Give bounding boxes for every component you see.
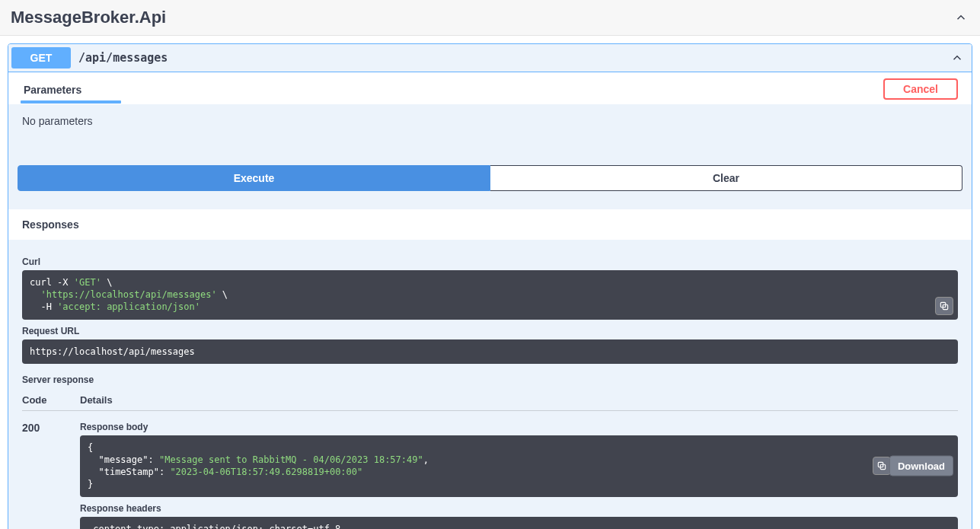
details-column-header: Details (80, 394, 958, 406)
server-response-label: Server response (22, 374, 958, 385)
parameters-header: Parameters Cancel (8, 72, 972, 104)
chevron-up-icon (950, 51, 964, 65)
download-button[interactable]: Download (889, 456, 953, 476)
curl-label: Curl (22, 257, 958, 267)
response-table-header: Code Details (22, 388, 958, 411)
code-column-header: Code (22, 394, 80, 406)
response-body-label: Response body (80, 422, 958, 432)
response-headers-block: content-type: application/json; charset=… (80, 517, 958, 530)
cancel-button[interactable]: Cancel (883, 78, 958, 100)
operation-block: GET /api/messages Parameters Cancel No p… (8, 43, 972, 529)
chevron-up-icon (954, 11, 968, 24)
http-method-badge: GET (11, 47, 71, 69)
request-url-block: https://localhost/api/messages (22, 339, 958, 364)
clear-button[interactable]: Clear (490, 165, 962, 191)
tab-parameters[interactable]: Parameters (22, 79, 83, 104)
request-url-label: Request URL (22, 326, 958, 336)
operation-path: /api/messages (78, 51, 950, 65)
no-parameters-text: No parameters (22, 115, 958, 127)
copy-icon[interactable] (935, 297, 953, 315)
parameters-body: No parameters (8, 104, 972, 165)
curl-block: curl -X 'GET' \ 'https://localhost/api/m… (22, 270, 958, 320)
copy-icon[interactable] (873, 457, 891, 475)
operation-summary[interactable]: GET /api/messages (8, 44, 972, 72)
execute-row: Execute Clear (8, 165, 972, 200)
response-code: 200 (22, 422, 80, 529)
execute-button[interactable]: Execute (18, 165, 490, 191)
api-group-header[interactable]: MessageBroker.Api (0, 0, 980, 36)
response-headers-label: Response headers (80, 503, 958, 514)
api-title: MessageBroker.Api (11, 8, 166, 27)
response-row: 200 Response body { "message": "Message … (22, 411, 958, 529)
response-section: Curl curl -X 'GET' \ 'https://localhost/… (8, 240, 972, 529)
response-details: Response body { "message": "Message sent… (80, 422, 958, 529)
responses-heading: Responses (8, 209, 972, 240)
response-body-block: { "message": "Message sent to RabbitMQ -… (80, 435, 958, 497)
